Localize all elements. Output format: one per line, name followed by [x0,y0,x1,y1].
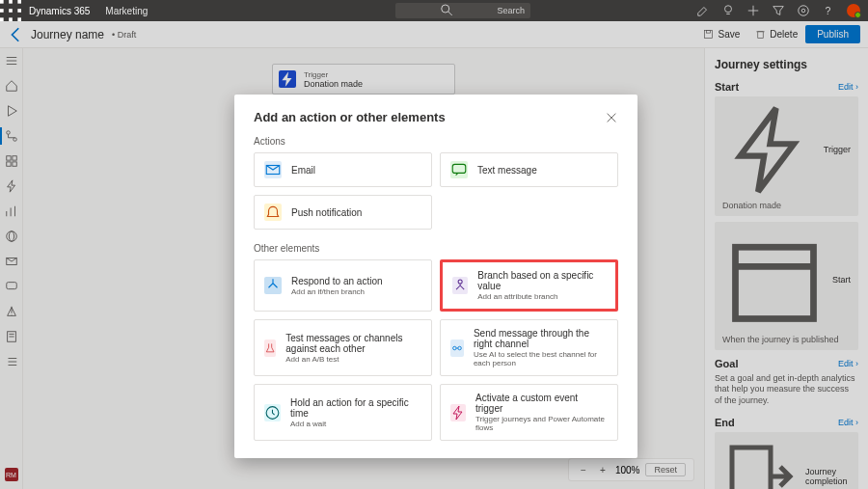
svg-rect-47 [452,164,466,173]
user-avatar[interactable] [847,4,860,17]
global-search[interactable]: Search [395,3,530,18]
svg-point-9 [442,5,449,13]
svg-rect-0 [0,0,4,4]
bolt-event-icon [450,404,466,421]
close-icon[interactable] [605,111,618,124]
svg-text:?: ? [826,5,831,16]
search-icon [401,3,493,18]
tile-push-notification[interactable]: Push notification [254,195,432,230]
svg-point-15 [801,9,805,13]
tile-custom-trigger[interactable]: Activate a custom event triggerTrigger j… [440,384,618,441]
module-name: Marketing [97,6,155,16]
search-placeholder: Search [497,6,525,15]
flask-icon [264,340,276,357]
tile-branch-value[interactable]: Branch based on a specific valueAdd an a… [440,259,618,312]
global-topbar: Dynamics 365 Marketing Search ? [0,0,868,21]
ai-channel-icon [450,340,464,357]
svg-point-49 [453,346,456,349]
product-name: Dynamics 365 [21,6,97,16]
help-icon[interactable]: ? [822,4,835,17]
sms-icon [450,161,468,178]
clock-icon [264,404,281,421]
other-heading: Other elements [254,243,618,254]
svg-rect-2 [17,0,21,4]
app-launcher-icon[interactable] [0,0,21,21]
plus-icon[interactable] [746,4,760,17]
bell-icon [264,204,282,221]
tile-ab-test[interactable]: Test messages or channels against each o… [254,319,432,376]
svg-point-16 [799,6,809,16]
actions-heading: Actions [254,136,618,147]
gear-icon[interactable] [797,4,810,17]
tile-text-message[interactable]: Text message [440,152,618,187]
add-element-modal: Add an action or other elements Actions … [234,95,637,458]
branch-icon [264,277,282,294]
filter-icon[interactable] [772,4,785,17]
svg-point-11 [725,6,732,13]
tile-hold-wait[interactable]: Hold an action for a specific timeAdd a … [254,384,432,441]
tile-email[interactable]: Email [254,152,432,187]
attribute-branch-icon [452,277,468,294]
svg-point-50 [458,346,461,349]
tile-right-channel[interactable]: Send message through the right channelUs… [440,319,618,376]
svg-rect-1 [9,0,13,4]
tile-respond-action[interactable]: Respond to an actionAdd an if/then branc… [254,259,432,312]
lightbulb-icon[interactable] [721,4,735,17]
modal-title: Add an action or other elements [254,110,446,124]
mail-icon [264,161,282,178]
topbar-actions: ? [696,4,868,17]
svg-line-10 [448,12,452,15]
edit-icon[interactable] [696,4,710,17]
svg-point-48 [458,280,462,284]
svg-rect-3 [0,9,4,13]
svg-rect-4 [9,9,13,13]
